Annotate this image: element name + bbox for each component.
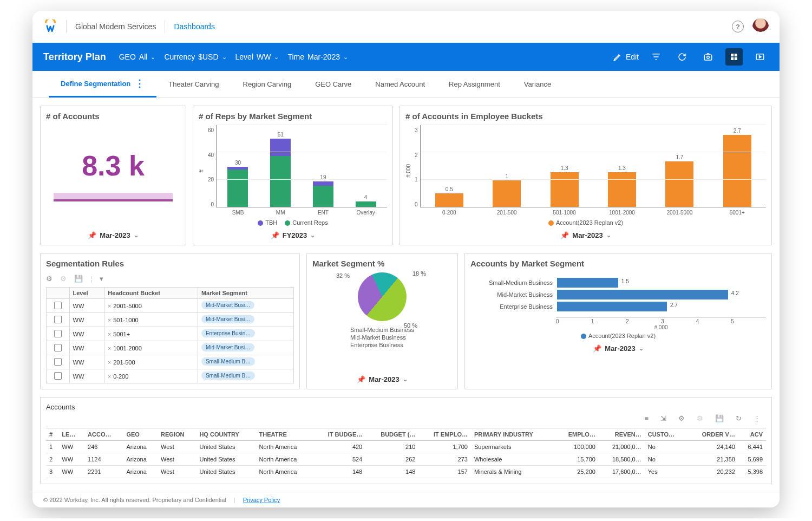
privacy-link[interactable]: Privacy Policy bbox=[243, 497, 280, 503]
filter-icon[interactable] bbox=[647, 48, 665, 66]
checkbox[interactable] bbox=[54, 302, 62, 309]
bar-MM[interactable]: 51MM bbox=[267, 132, 293, 207]
filter-level[interactable]: Level WW ⌄ bbox=[235, 53, 279, 61]
workday-logo-icon[interactable] bbox=[43, 19, 57, 34]
tab-theater-carving[interactable]: Theater Carving bbox=[156, 71, 231, 97]
filter-icon[interactable]: ≡ bbox=[644, 414, 649, 422]
column-header[interactable]: Headcount Bucket bbox=[104, 288, 198, 299]
bar-SMB[interactable]: 30SMB bbox=[225, 160, 251, 207]
grid-view-icon[interactable] bbox=[725, 48, 743, 66]
help-icon[interactable]: ? bbox=[732, 21, 744, 32]
tab-rep-assignment[interactable]: Rep Assignment bbox=[437, 71, 512, 97]
table-row[interactable]: WW×501-1000Mid-Market Busi… bbox=[47, 313, 294, 327]
column-header[interactable]: THEATRE bbox=[256, 428, 313, 441]
remove-chip-icon[interactable]: × bbox=[108, 346, 111, 351]
pin-filter[interactable]: 📌Mar-2023⌄ bbox=[312, 375, 452, 383]
pin-filter[interactable]: 📌Mar-2023⌄ bbox=[46, 231, 180, 239]
remove-chip-icon[interactable]: × bbox=[108, 317, 111, 323]
kebab-icon[interactable]: ⋮ bbox=[135, 79, 145, 88]
tab-region-carving[interactable]: Region Carving bbox=[231, 71, 304, 97]
save-icon[interactable]: 💾 bbox=[74, 275, 83, 283]
segment-pill[interactable]: Mid-Market Busi… bbox=[201, 343, 254, 351]
column-header[interactable]: HQ COUNTRY bbox=[196, 428, 256, 441]
checkbox[interactable] bbox=[54, 372, 62, 380]
remove-chip-icon[interactable]: × bbox=[108, 360, 111, 366]
filter-settings-icon[interactable]: ⚙ bbox=[46, 275, 53, 283]
tab-geo-carve[interactable]: GEO Carve bbox=[303, 71, 363, 97]
hbar-1[interactable]: Mid-Market Business4.2 bbox=[476, 290, 761, 299]
kebab-icon[interactable]: ⋮ bbox=[754, 414, 761, 422]
table-row[interactable]: WW×2001-5000Mid-Market Busi… bbox=[47, 299, 294, 313]
segment-pill[interactable]: Mid-Market Busi… bbox=[201, 301, 254, 309]
column-header[interactable]: Level bbox=[69, 288, 104, 299]
save-icon[interactable]: 💾 bbox=[715, 414, 724, 422]
tab-variance[interactable]: Variance bbox=[512, 71, 563, 97]
column-header[interactable]: IT BUDGE… bbox=[313, 428, 365, 441]
bar-501-1000[interactable]: 1.3501-1000 bbox=[546, 165, 584, 207]
tab-named-account[interactable]: Named Account bbox=[363, 71, 437, 97]
segment-pill[interactable]: Small-Medium B… bbox=[201, 357, 255, 366]
pin-filter[interactable]: 📌Mar-2023⌄ bbox=[470, 344, 766, 353]
column-header[interactable]: PRIMARY INDUSTRY bbox=[471, 428, 555, 441]
bar-0-200[interactable]: 0.50-200 bbox=[430, 186, 468, 207]
column-header[interactable]: REVEN… bbox=[599, 428, 645, 441]
clear-filter-icon[interactable]: ⚙ bbox=[60, 275, 67, 283]
segment-pill[interactable]: Small-Medium B… bbox=[201, 372, 255, 380]
pin-filter[interactable]: 📌Mar-2023⌄ bbox=[405, 231, 766, 239]
column-header[interactable]: EMPLO… bbox=[555, 428, 599, 441]
breadcrumb[interactable]: Dashboards bbox=[174, 22, 215, 31]
filter-time[interactable]: Time Mar-2023 ⌄ bbox=[287, 53, 348, 61]
table-row[interactable]: WW×201-500Small-Medium B… bbox=[47, 355, 294, 369]
segment-pill[interactable]: Mid-Market Busi… bbox=[201, 315, 254, 323]
column-header[interactable]: ACCO… bbox=[84, 428, 123, 441]
filter-geo[interactable]: GEO All ⌄ bbox=[119, 53, 156, 61]
column-header[interactable]: ACV bbox=[738, 428, 766, 441]
branch-icon[interactable]: ¦ bbox=[90, 275, 92, 283]
table-row[interactable]: 1WW246ArizonaWestUnited StatesNorth Amer… bbox=[46, 441, 766, 453]
bar-Overlay[interactable]: 4Overlay bbox=[353, 194, 379, 207]
clear-filter-icon[interactable]: ⚙ bbox=[697, 414, 703, 422]
checkbox[interactable] bbox=[54, 330, 62, 337]
refresh-icon[interactable] bbox=[673, 48, 691, 66]
pin-icon: 📌 bbox=[560, 231, 569, 239]
present-icon[interactable] bbox=[751, 48, 769, 66]
table-row[interactable]: WW×0-200Small-Medium B… bbox=[47, 369, 294, 383]
column-header[interactable]: LE… bbox=[58, 428, 84, 441]
column-header[interactable]: ORDER V… bbox=[687, 428, 738, 441]
filter-icon[interactable]: ▾ bbox=[100, 275, 103, 283]
remove-chip-icon[interactable]: × bbox=[108, 331, 111, 337]
table-row[interactable]: WW×1001-2000Mid-Market Busi… bbox=[47, 341, 294, 355]
export-icon[interactable]: ⇲ bbox=[660, 414, 666, 422]
filter-settings-icon[interactable]: ⚙ bbox=[678, 414, 685, 422]
refresh-icon[interactable]: ↻ bbox=[736, 414, 742, 422]
column-header[interactable]: CUSTO… bbox=[645, 428, 687, 441]
table-row[interactable]: 2WW1124ArizonaWestUnited StatesNorth Ame… bbox=[46, 453, 766, 466]
column-header[interactable] bbox=[47, 288, 70, 299]
column-header[interactable]: # bbox=[46, 428, 58, 441]
remove-chip-icon[interactable]: × bbox=[108, 374, 111, 380]
camera-icon[interactable] bbox=[699, 48, 717, 66]
checkbox[interactable] bbox=[54, 358, 62, 366]
segment-pill[interactable]: Enterprise Busin… bbox=[201, 329, 255, 337]
checkbox[interactable] bbox=[54, 344, 62, 351]
avatar[interactable] bbox=[752, 18, 769, 35]
column-header[interactable]: REGION bbox=[158, 428, 196, 441]
edit-button[interactable]: Edit bbox=[613, 52, 639, 62]
tab-define-segmentation[interactable]: Define Segmentation⋮ bbox=[49, 71, 156, 97]
bar-1001-2000[interactable]: 1.31001-2000 bbox=[603, 165, 641, 207]
filter-currency[interactable]: Currency $USD ⌄ bbox=[164, 53, 226, 61]
column-header[interactable]: IT EMPLO… bbox=[418, 428, 471, 441]
pin-filter[interactable]: 📌FY2023⌄ bbox=[199, 231, 387, 239]
hbar-0[interactable]: Small-Medium Business1.5 bbox=[476, 278, 761, 288]
column-header[interactable]: GEO bbox=[123, 428, 158, 441]
table-row[interactable]: WW×5001+Enterprise Busin… bbox=[47, 327, 294, 341]
column-header[interactable]: Market Segment bbox=[198, 288, 293, 299]
column-header[interactable]: BUDGET (… bbox=[365, 428, 418, 441]
bar-5001+[interactable]: 2.75001+ bbox=[718, 128, 756, 207]
bar-2001-5000[interactable]: 1.72001-5000 bbox=[660, 154, 698, 207]
remove-chip-icon[interactable]: × bbox=[108, 303, 111, 309]
table-row[interactable]: 3WW2291ArizonaWestUnited StatesNorth Ame… bbox=[46, 466, 766, 478]
hbar-2[interactable]: Enterprise Business2.7 bbox=[476, 302, 761, 311]
checkbox[interactable] bbox=[54, 316, 62, 323]
bar-201-500[interactable]: 1201-500 bbox=[488, 173, 526, 207]
